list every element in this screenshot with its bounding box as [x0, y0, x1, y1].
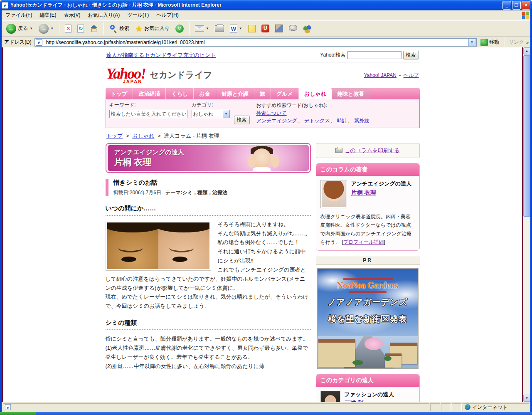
search-button[interactable]: 検索 [107, 23, 131, 34]
red-u-icon: U [261, 25, 269, 32]
vertical-scrollbar[interactable]: ▲ ▼ [523, 47, 530, 402]
photo-after [158, 222, 209, 269]
media-tool-button[interactable] [273, 23, 285, 34]
tab-hobby-culture[interactable]: 趣味と教養 [332, 88, 369, 99]
tab-gourmet[interactable]: グルメ [271, 88, 299, 99]
print-column-box[interactable]: このコラムを印刷する [316, 143, 420, 158]
links-chevron-icon[interactable]: » [526, 40, 529, 45]
category-select[interactable]: おしゃれ ▼ [192, 110, 230, 118]
yahoo-search-button[interactable]: 検索 [403, 51, 419, 59]
refresh-button[interactable]: ↻ [75, 23, 86, 34]
tab-health-care[interactable]: 健康と介護 [216, 88, 254, 99]
tab-top[interactable]: トップ [106, 88, 133, 99]
menu-help[interactable]: ヘルプ(H) [153, 10, 182, 20]
word-link-detox[interactable]: デトックス [304, 118, 330, 124]
mast-link-separator: - [399, 72, 401, 78]
bracket: ] [384, 239, 385, 245]
menu-file[interactable]: ファイル(F) [2, 10, 36, 20]
menu-view[interactable]: 表示(V) [60, 10, 84, 20]
paragraph: 現在、めでたくレーザーにてシミは取りきれ、気分は晴れましたが、そういうわけで、今… [106, 292, 311, 311]
yellow-note-icon [248, 25, 256, 32]
paragraph: 俗にシミと言っても、随分種類があります。一般的なものを幾つか述べてみます。 [106, 334, 311, 343]
breadcrumb-fashion-link[interactable]: おしゃれ [132, 133, 154, 139]
select-arrow-icon[interactable]: ▼ [223, 110, 229, 118]
word-dropdown-icon[interactable]: ▼ [239, 27, 242, 30]
menu-tools[interactable]: ツール(T) [123, 10, 153, 20]
back-dropdown-icon[interactable]: ▼ [30, 27, 33, 30]
close-button[interactable]: ✕ [522, 1, 530, 10]
scroll-down-icon[interactable]: ▼ [523, 395, 530, 402]
mail-dropdown-icon[interactable]: ▼ [206, 27, 209, 30]
print-button[interactable] [213, 24, 226, 33]
address-url[interactable]: http://secondlife.yahoo.co.jp/fashion/ma… [46, 40, 467, 45]
internet-globe-icon [465, 404, 470, 410]
word-separator: 、 [348, 118, 353, 124]
help-link[interactable]: ヘルプ [404, 72, 419, 78]
tab-money[interactable]: お金 [194, 88, 216, 99]
tab-politics-economy[interactable]: 政治経済 [133, 88, 166, 99]
author-box-header: このコラムの著者 [316, 163, 419, 176]
section1-heading: いつの間にか…… [106, 205, 311, 216]
hint-link[interactable]: 達人が指南するセカンドライフ充実のヒント [106, 52, 216, 59]
tab-fashion-active[interactable]: おしゃれ [299, 88, 332, 99]
messenger-button[interactable] [301, 23, 313, 34]
back-button[interactable]: ← 戻る ▼ [4, 22, 35, 35]
address-field[interactable]: e http://secondlife.yahoo.co.jp/fashion/… [34, 38, 477, 47]
ad-line1: ノアノアガーデンズ [318, 296, 418, 308]
ad-banner[interactable]: NoaNoa Gardens ノアノアガーデンズ 桜を望む新街区発表 [317, 268, 419, 369]
browser-window: e Yahoo!セカンドライフ - おしゃれ - 憎きシミのお話 - 片桐 衣理… [0, 0, 532, 415]
favorites-label: お気に入り [144, 25, 170, 32]
word-link-watch[interactable]: 時計 [337, 118, 347, 124]
yahoo-japan-link[interactable]: Yahoo! JAPAN [364, 72, 397, 78]
recommend-label: おすすめ検索ワード(おしゃれ): [256, 102, 327, 108]
u-tool-button[interactable]: U [259, 23, 271, 34]
history-button[interactable]: ↺ [173, 23, 186, 34]
before-after-photo [106, 221, 211, 271]
category-label: カテゴリ: [192, 101, 230, 109]
links-label[interactable]: リンク [509, 39, 524, 46]
menu-favorites[interactable]: お気に入り(A) [84, 10, 123, 20]
forward-button[interactable]: → ▼ [37, 22, 56, 35]
category-master-box: このカテゴリの達人 ファッションの達人 三浦 彰 [316, 374, 420, 402]
status-pane [441, 403, 451, 411]
favorites-button[interactable]: ★ お気に入り [133, 23, 172, 34]
restore-button[interactable]: ❐ [512, 1, 521, 10]
stop-button[interactable]: ✕ [63, 23, 74, 34]
print-icon [215, 25, 224, 32]
scrollbar-thumb[interactable] [523, 55, 530, 217]
master-banner[interactable]: アンチエイジングの達人 片桐 衣理 [106, 143, 311, 173]
author-name-link[interactable]: 片桐 衣理 [351, 189, 376, 197]
ad-tagline-strip [343, 278, 393, 280]
word-link-uv[interactable]: 紫外線 [354, 118, 369, 124]
minimize-button[interactable]: _ [502, 1, 511, 10]
panel-search-button[interactable]: 検索 [234, 116, 250, 124]
scroll-up-icon[interactable]: ▲ [523, 47, 530, 54]
menu-edit[interactable]: 編集(E) [36, 10, 60, 20]
home-button[interactable] [88, 23, 100, 34]
go-button[interactable]: → 移動 [479, 38, 501, 47]
about-search-link[interactable]: 検索について [256, 110, 287, 116]
word-link-antiaging[interactable]: アンチエイジング [256, 118, 297, 124]
keyword-input[interactable] [109, 110, 187, 118]
discuss-button[interactable] [287, 25, 299, 32]
tab-living[interactable]: くらし [166, 88, 194, 99]
toolbar-separator [59, 22, 59, 35]
back-icon: ← [6, 24, 16, 34]
taskbar-strip[interactable] [0, 412, 532, 415]
print-column-link[interactable]: このコラムを印刷する [345, 147, 399, 154]
author-photo [320, 180, 347, 208]
address-dropdown-icon[interactable]: ▼ [468, 39, 475, 46]
mail-button[interactable]: ▼ [193, 24, 211, 33]
yahoo-search-input[interactable] [347, 51, 401, 59]
edit-word-button[interactable]: W▼ [228, 23, 244, 34]
tab-travel[interactable]: 旅 [254, 88, 271, 99]
start-button-sliver[interactable] [0, 412, 36, 415]
profile-detail-link[interactable]: プロフィール詳細 [343, 239, 384, 245]
breadcrumb-separator: > [126, 133, 129, 139]
yahoo-japan-logo[interactable]: Yahoo! JAPAN [106, 67, 146, 84]
breadcrumb-top-link[interactable]: トップ [106, 133, 123, 139]
toolbar-separator [103, 22, 104, 35]
note-button[interactable] [246, 24, 258, 34]
forward-dropdown-icon[interactable]: ▼ [50, 27, 54, 30]
title-bar[interactable]: e Yahoo!セカンドライフ - おしゃれ - 憎きシミのお話 - 片桐 衣理… [0, 0, 532, 10]
